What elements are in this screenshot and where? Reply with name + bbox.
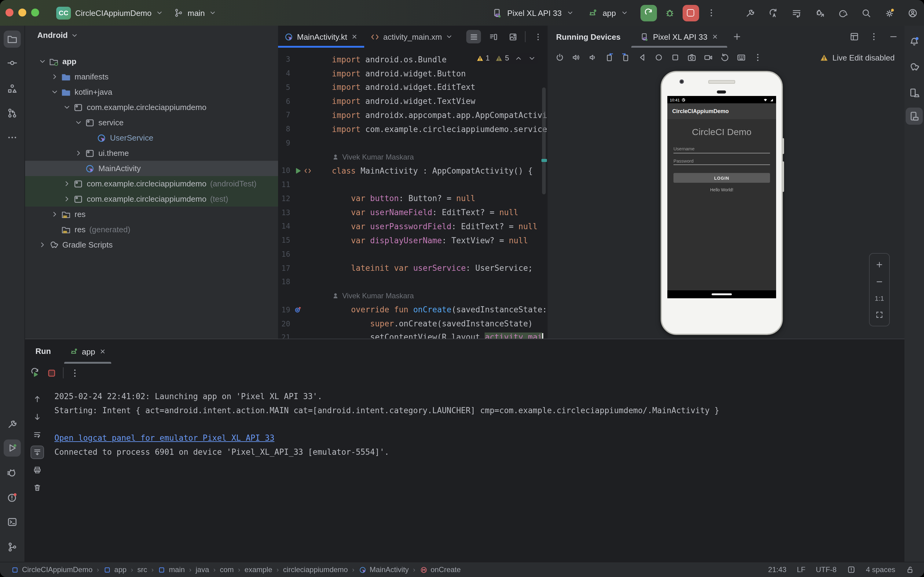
tree-item-app[interactable]: app [25,54,278,69]
code-view-button[interactable] [466,30,481,44]
code-line-9[interactable]: 9 [278,136,547,150]
close-icon[interactable] [711,33,718,40]
design-view-button[interactable] [505,30,520,44]
code-line-4[interactable]: 4import android.widget.Button [278,67,547,81]
soft-wrap-button[interactable] [31,429,43,441]
tree-item-kotlin-java[interactable]: kotlin+java [25,84,278,100]
tree-item-res[interactable]: res(generated) [25,222,278,237]
hardware-input-button[interactable] [736,53,746,62]
search-everywhere-button[interactable] [861,8,871,18]
chevron-right-icon[interactable] [50,73,58,81]
chevron-down-icon[interactable] [621,9,628,16]
code-line-11[interactable]: 11 [278,178,547,192]
project-selector[interactable]: CircleCIAppiumDemo [75,8,151,18]
android-home-button[interactable] [654,53,664,62]
code-line-19[interactable]: 19 override fun onCreate(savedInstanceSt… [278,303,547,317]
open-logcat-link[interactable]: Open logcat panel for emulator Pixel XL … [55,434,274,443]
terminal-tool-button[interactable] [4,513,21,530]
tree-item-mainactivity[interactable]: MainActivity [25,161,278,176]
snapshot-reset-button[interactable] [720,53,730,62]
device-selector[interactable]: Pixel XL API 33 [507,8,562,18]
tree-item-userservice[interactable]: UserService [25,130,278,145]
scroll-up-button[interactable] [31,393,43,405]
chevron-right-icon[interactable] [63,195,71,203]
chevron-down-icon[interactable] [63,103,71,111]
pull-requests-tool-button[interactable] [4,105,21,122]
more-actions-icon[interactable] [707,8,716,18]
zoom-out-button[interactable] [875,277,884,286]
emulator-screen[interactable]: 10:41 CircleCIAppiumDemo CircleCI Demo U… [667,96,776,298]
breadcrumb-item-com[interactable]: com [220,566,234,574]
more-tool-windows-button[interactable] [4,129,21,146]
zoom-ratio-label[interactable]: 1:1 [875,295,884,302]
chevron-down-icon[interactable] [156,9,163,16]
run-config-selector[interactable]: app [602,8,616,18]
chevron-down-icon[interactable] [38,58,46,65]
project-view-selector[interactable]: Android [37,31,78,40]
previous-issue-icon[interactable] [515,54,523,62]
run-tab-app[interactable]: app [64,339,111,364]
tab-mainactivity-kt[interactable]: MainActivity.kt [278,26,364,48]
code-line-18[interactable]: 18 [278,275,547,289]
chevron-down-icon[interactable] [50,88,58,96]
chevron-down-icon[interactable] [74,119,82,127]
emulator-phone[interactable]: 10:41 CircleCIAppiumDemo CircleCI Demo U… [661,71,783,335]
code-line-21[interactable]: 21 setContentView(R.layout.activity_mai [278,331,547,338]
android-recents-button[interactable] [670,53,680,62]
run-tool-button[interactable] [4,440,21,456]
tree-item-com-example-circleciappiumdemo[interactable]: com.example.circleciappiumdemo(test) [25,191,278,206]
account-avatar-icon[interactable] [908,8,918,18]
sync-project-button[interactable] [768,8,779,18]
logcat-tool-button[interactable] [4,464,21,482]
live-edit-status[interactable]: Live Edit disabled [819,48,895,67]
profiler-button[interactable] [838,8,848,18]
build-tool-button[interactable] [4,416,21,433]
code-line-13[interactable]: 13 var userNameField: EditText? = null [278,206,547,220]
version-control-tool-button[interactable] [4,538,21,556]
code-line-15[interactable]: 15 var displayUserName: TextView? = null [278,234,547,248]
code-line-14[interactable]: 14 var userPasswordField: EditText? = nu… [278,219,547,234]
run-line-icon[interactable] [294,167,302,175]
chevron-down-icon[interactable] [567,9,574,16]
project-tool-button[interactable] [4,31,21,48]
breadcrumb-item-circleciappiumdemo[interactable]: circleciappiumdemo [283,566,348,574]
chevron-right-icon[interactable] [74,149,82,157]
inspection-highlight-icon[interactable] [847,566,856,574]
unlock-icon[interactable] [906,566,914,574]
inspections-widget[interactable]: 1 5 [473,53,538,64]
scroll-to-end-button[interactable] [31,446,43,458]
cursor-position[interactable]: 21:43 [768,566,787,574]
close-icon[interactable] [351,33,358,40]
editor-options-button[interactable] [530,30,545,44]
breadcrumb-item-main[interactable]: main [158,566,185,574]
file-encoding[interactable]: UTF-8 [816,566,837,574]
breadcrumb-item-java[interactable]: java [196,566,209,574]
chevron-right-icon[interactable] [38,241,46,249]
running-devices-tool-button[interactable] [906,108,923,125]
commit-tool-button[interactable] [4,55,21,71]
chevron-right-icon[interactable] [50,210,58,218]
window-layout-icon[interactable] [850,32,859,42]
login-button[interactable]: LOGIN [673,173,770,183]
print-button[interactable] [31,464,43,476]
code-line-8[interactable]: 8import com.example.circleciappiumdemo.s… [278,122,547,136]
code-line-6[interactable]: 6import android.widget.TextView [278,94,547,108]
android-nav-bar[interactable] [667,290,776,298]
code-editor[interactable]: 3import android.os.Bundle4import android… [278,48,547,338]
device-tab-pixel-xl[interactable]: Pixel XL API 33 [638,26,721,48]
breadcrumb-item-mainactivity[interactable]: MainActivity [359,566,409,574]
tree-item-res[interactable]: res [25,206,278,222]
window-maximize-button[interactable] [31,8,39,16]
stop-button[interactable] [47,367,57,378]
breadcrumb-item-example[interactable]: example [245,566,272,574]
branch-selector[interactable]: main [188,8,205,18]
tree-item-com-example-circleciappiumdemo[interactable]: com.example.circleciappiumdemo [25,100,278,115]
build-button[interactable] [745,8,755,18]
notifications-button[interactable] [906,33,923,50]
editor-scrollbar[interactable] [542,87,546,194]
run-console[interactable]: 2025-02-24 22:41:02: Launching app on 'P… [55,389,898,561]
rotate-right-button[interactable] [621,53,631,62]
override-icon[interactable] [294,306,302,314]
chevron-down-icon[interactable] [446,33,453,40]
build-variants-button[interactable] [791,8,802,18]
